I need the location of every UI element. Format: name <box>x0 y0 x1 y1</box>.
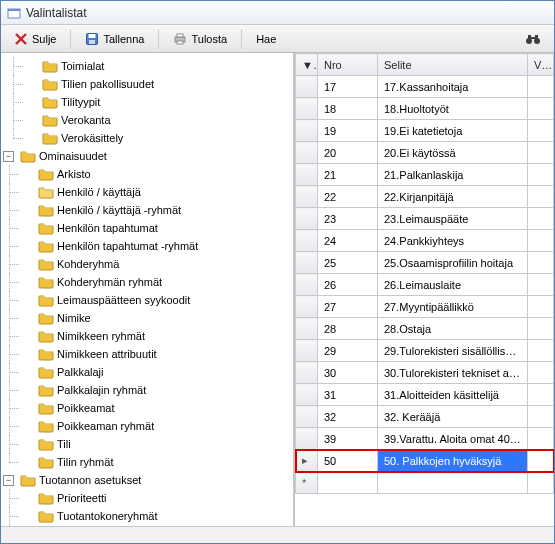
row-header[interactable] <box>296 98 318 120</box>
tree-item[interactable]: Henkilön tapahtumat <box>21 219 291 237</box>
table-row[interactable]: 18 18.Huoltotyöt <box>296 98 554 120</box>
tree-item[interactable]: Poikkeaman ryhmät <box>21 417 291 435</box>
save-button[interactable]: Tallenna <box>78 29 151 49</box>
tree-item[interactable]: Poikkeamat <box>21 399 291 417</box>
cell-selite[interactable]: 23.Leimauspääte <box>378 208 528 230</box>
tree-twist[interactable]: − <box>3 151 14 162</box>
row-header[interactable] <box>296 252 318 274</box>
cell-vie[interactable] <box>528 362 554 384</box>
cell-nro[interactable]: 31 <box>318 384 378 406</box>
cell-nro[interactable]: 19 <box>318 120 378 142</box>
tree-twist[interactable]: − <box>3 475 14 486</box>
cell-selite[interactable]: 19.Ei katetietoja <box>378 120 528 142</box>
table-new-row[interactable]: * <box>296 472 554 494</box>
search-button[interactable]: Hae <box>249 30 283 48</box>
cell-selite[interactable]: 27.Myyntipäällikkö <box>378 296 528 318</box>
cell-vie[interactable] <box>528 164 554 186</box>
cell-nro[interactable] <box>318 472 378 494</box>
cell-selite[interactable]: 29.Tulorekisteri sisällölliset ... <box>378 340 528 362</box>
cell-vie[interactable] <box>528 296 554 318</box>
tree-item[interactable]: Palkkalajin ryhmät <box>21 381 291 399</box>
cell-selite[interactable]: 32. Kerääjä <box>378 406 528 428</box>
row-header[interactable] <box>296 142 318 164</box>
table-row[interactable]: 20 20.Ei käytössä <box>296 142 554 164</box>
cell-vie[interactable] <box>528 472 554 494</box>
cell-vie[interactable] <box>528 142 554 164</box>
col-nro[interactable]: Nro <box>318 54 378 76</box>
cell-vie[interactable] <box>528 428 554 450</box>
row-header[interactable] <box>296 406 318 428</box>
cell-selite[interactable]: 26.Leimauslaite <box>378 274 528 296</box>
cell-nro[interactable]: 39 <box>318 428 378 450</box>
cell-selite[interactable]: 22.Kirjanpitäjä <box>378 186 528 208</box>
grid-scroll[interactable]: ▼ Nro Selite Vie 17 17.Kassanhoitaja 18 … <box>294 53 554 526</box>
cell-selite[interactable]: 17.Kassanhoitaja <box>378 76 528 98</box>
list-grid[interactable]: ▼ Nro Selite Vie 17 17.Kassanhoitaja 18 … <box>295 53 554 494</box>
tree-item[interactable]: Kohderyhmän ryhmät <box>21 273 291 291</box>
cell-selite[interactable]: 21.Palkanlaskija <box>378 164 528 186</box>
tree-item[interactable]: Tilityypit <box>25 93 291 111</box>
tree-pane[interactable]: Toimialat Tilien pakollisuudet Tilityypi… <box>1 53 294 526</box>
cell-vie[interactable] <box>528 384 554 406</box>
close-button[interactable]: Sulje <box>7 29 63 49</box>
row-header[interactable] <box>296 230 318 252</box>
cell-selite[interactable]: 20.Ei käytössä <box>378 142 528 164</box>
tree-item[interactable]: Tuotannon syykoodit <box>21 525 291 526</box>
cell-nro[interactable]: 28 <box>318 318 378 340</box>
tree-item[interactable]: Kohderyhmä <box>21 255 291 273</box>
cell-nro[interactable]: 30 <box>318 362 378 384</box>
row-header[interactable] <box>296 208 318 230</box>
tree-item[interactable]: Tilin ryhmät <box>21 453 291 471</box>
cell-nro[interactable]: 26 <box>318 274 378 296</box>
table-row[interactable]: 31 31.Aloitteiden käsittelijä <box>296 384 554 406</box>
row-header[interactable] <box>296 428 318 450</box>
tree-item[interactable]: Nimike <box>21 309 291 327</box>
table-row[interactable]: 27 27.Myyntipäällikkö <box>296 296 554 318</box>
print-button[interactable]: Tulosta <box>166 29 234 49</box>
cell-nro[interactable]: 32 <box>318 406 378 428</box>
tree-item[interactable]: Henkilö / käyttäjä <box>21 183 291 201</box>
cell-nro[interactable]: 27 <box>318 296 378 318</box>
cell-selite[interactable]: 30.Tulorekisteri tekniset asiat <box>378 362 528 384</box>
table-row[interactable]: 32 32. Kerääjä <box>296 406 554 428</box>
row-header[interactable]: ▸ <box>296 450 318 472</box>
cell-vie[interactable] <box>528 208 554 230</box>
tree-item[interactable]: Verokanta <box>25 111 291 129</box>
cell-vie[interactable] <box>528 230 554 252</box>
row-header[interactable] <box>296 318 318 340</box>
table-row[interactable]: 21 21.Palkanlaskija <box>296 164 554 186</box>
cell-vie[interactable] <box>528 76 554 98</box>
cell-vie[interactable] <box>528 120 554 142</box>
cell-nro[interactable]: 50 <box>318 450 378 472</box>
cell-selite[interactable]: 31.Aloitteiden käsittelijä <box>378 384 528 406</box>
tree-branch[interactable]: − Tuotannon asetukset <box>3 471 291 489</box>
cell-nro[interactable]: 23 <box>318 208 378 230</box>
tree-item[interactable]: Henkilön tapahtumat -ryhmät <box>21 237 291 255</box>
tree-item[interactable]: Henkilö / käyttäjä -ryhmät <box>21 201 291 219</box>
tree-branch[interactable]: − Ominaisuudet <box>3 147 291 165</box>
cell-selite[interactable]: 24.Pankkiyhteys <box>378 230 528 252</box>
row-header[interactable]: * <box>296 472 318 494</box>
cell-selite[interactable]: 18.Huoltotyöt <box>378 98 528 120</box>
row-header[interactable] <box>296 340 318 362</box>
cell-vie[interactable] <box>528 340 554 362</box>
cell-nro[interactable]: 18 <box>318 98 378 120</box>
cell-vie[interactable] <box>528 318 554 340</box>
cell-nro[interactable]: 29 <box>318 340 378 362</box>
table-row[interactable]: 28 28.Ostaja <box>296 318 554 340</box>
cell-selite[interactable]: 39.Varattu. Aloita omat 40=> <box>378 428 528 450</box>
table-row[interactable]: 29 29.Tulorekisteri sisällölliset ... <box>296 340 554 362</box>
cell-vie[interactable] <box>528 274 554 296</box>
table-row[interactable]: 30 30.Tulorekisteri tekniset asiat <box>296 362 554 384</box>
table-row[interactable]: 26 26.Leimauslaite <box>296 274 554 296</box>
col-vie[interactable]: Vie <box>528 54 554 76</box>
cell-selite[interactable]: 25.Osaamisprofiilin hoitaja <box>378 252 528 274</box>
tree-item[interactable]: Nimikkeen attribuutit <box>21 345 291 363</box>
tree-item[interactable]: Nimikkeen ryhmät <box>21 327 291 345</box>
table-row[interactable]: ▸ 50 50. Palkkojen hyväksyjä <box>296 450 554 472</box>
row-selector-header[interactable]: ▼ <box>296 54 318 76</box>
find-button[interactable] <box>518 29 548 49</box>
cell-vie[interactable] <box>528 406 554 428</box>
row-header[interactable] <box>296 186 318 208</box>
cell-nro[interactable]: 21 <box>318 164 378 186</box>
